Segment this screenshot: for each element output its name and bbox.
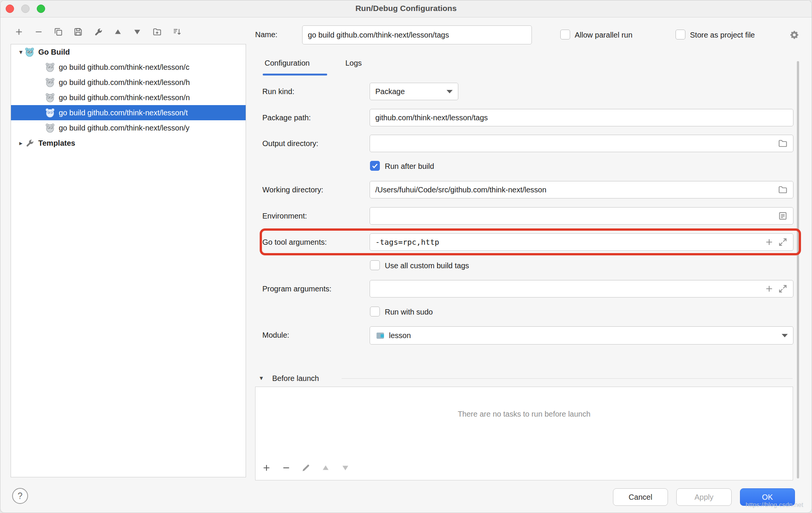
environment-input[interactable] xyxy=(375,212,774,220)
move-up-button[interactable] xyxy=(111,25,124,38)
tree-node-label: Go Build xyxy=(38,48,70,57)
cancel-button[interactable]: Cancel xyxy=(613,488,668,506)
remove-configuration-button[interactable] xyxy=(32,25,45,38)
go-gopher-icon xyxy=(45,108,55,118)
name-label: Name: xyxy=(255,30,277,39)
help-button[interactable]: ? xyxy=(12,488,28,504)
output-directory-input[interactable] xyxy=(375,139,774,148)
run-after-build-label[interactable]: Run after build xyxy=(385,161,434,171)
edit-templates-icon[interactable] xyxy=(92,25,105,38)
go-tool-arguments-field[interactable] xyxy=(370,233,793,251)
module-select[interactable]: lesson xyxy=(370,326,793,345)
run-with-sudo-checkbox[interactable] xyxy=(370,307,380,316)
output-directory-label: Output directory: xyxy=(262,138,318,148)
chevron-down-icon xyxy=(782,334,788,337)
tree-item-label: go build github.com/think-next/lesson/n xyxy=(59,93,190,102)
gear-icon[interactable] xyxy=(788,28,801,41)
use-all-custom-build-tags-checkbox[interactable] xyxy=(370,260,380,270)
apply-button[interactable]: Apply xyxy=(676,488,732,506)
copy-configuration-button[interactable] xyxy=(52,25,65,38)
run-debug-configurations-dialog: Run/Debug Configurations ▾ Go Build xyxy=(0,0,812,513)
add-icon[interactable] xyxy=(764,237,774,247)
tree-item-label: go build github.com/think-next/lesson/h xyxy=(59,78,190,87)
tree-item-config-1[interactable]: go build github.com/think-next/lesson/c xyxy=(11,60,246,75)
module-icon xyxy=(375,330,385,340)
titlebar: Run/Debug Configurations xyxy=(0,0,812,17)
go-gopher-icon xyxy=(45,123,55,133)
folder-icon[interactable] xyxy=(778,185,788,195)
chevron-down-icon[interactable]: ▾ xyxy=(260,373,263,383)
package-path-input[interactable] xyxy=(375,113,788,122)
tree-item-config-2[interactable]: go build github.com/think-next/lesson/h xyxy=(11,75,246,90)
section-divider xyxy=(342,378,793,379)
package-path-field[interactable] xyxy=(370,109,793,126)
run-kind-label: Run kind: xyxy=(262,87,295,96)
module-value: lesson xyxy=(389,331,411,340)
allow-parallel-run-checkbox[interactable] xyxy=(560,30,570,39)
help-label: ? xyxy=(18,491,23,501)
tree-item-config-3[interactable]: go build github.com/think-next/lesson/n xyxy=(11,90,246,105)
tree-node-go-build[interactable]: ▾ Go Build xyxy=(11,44,246,60)
environment-field[interactable] xyxy=(370,207,793,225)
store-as-project-file-label[interactable]: Store as project file xyxy=(690,30,755,40)
chevron-down-icon xyxy=(447,90,453,93)
vertical-scrollbar[interactable] xyxy=(797,61,799,478)
name-field[interactable] xyxy=(302,25,532,44)
store-as-project-file-checkbox[interactable] xyxy=(676,30,685,39)
sort-configurations-button[interactable] xyxy=(171,25,183,38)
save-configuration-button[interactable] xyxy=(72,25,85,38)
environment-label: Environment: xyxy=(262,211,307,221)
edit-icon[interactable] xyxy=(299,461,312,474)
chevron-down-icon[interactable]: ▾ xyxy=(17,48,25,56)
remove-icon[interactable] xyxy=(280,461,293,474)
tree-node-label: Templates xyxy=(38,139,75,148)
add-icon[interactable] xyxy=(260,461,273,474)
move-up-icon[interactable] xyxy=(319,461,332,474)
use-all-custom-build-tags-label[interactable]: Use all custom build tags xyxy=(385,261,469,271)
go-gopher-icon xyxy=(45,62,55,72)
allow-parallel-run-label[interactable]: Allow parallel run xyxy=(575,30,632,40)
before-launch-title[interactable]: Before launch xyxy=(272,373,319,383)
go-gopher-icon xyxy=(45,93,55,102)
watermark: https://blog.csdn.net xyxy=(746,501,803,509)
add-icon[interactable] xyxy=(764,284,774,294)
program-arguments-label: Program arguments: xyxy=(262,284,331,294)
name-input[interactable] xyxy=(308,31,526,39)
active-tab-underline xyxy=(263,74,327,76)
tree-item-config-5[interactable]: go build github.com/think-next/lesson/y xyxy=(11,120,246,135)
go-gopher-icon xyxy=(25,47,34,57)
output-directory-field[interactable] xyxy=(370,135,793,152)
package-path-label: Package path: xyxy=(262,113,311,123)
go-tool-arguments-label: Go tool arguments: xyxy=(262,237,327,247)
tab-logs[interactable]: Logs xyxy=(345,58,362,68)
expand-icon[interactable] xyxy=(778,284,788,294)
tree-item-label: go build github.com/think-next/lesson/t xyxy=(59,109,188,117)
add-configuration-button[interactable] xyxy=(13,25,25,38)
move-down-icon[interactable] xyxy=(339,461,352,474)
tree-item-label: go build github.com/think-next/lesson/c xyxy=(59,63,190,72)
folder-icon[interactable] xyxy=(778,138,788,148)
working-directory-input[interactable] xyxy=(375,186,774,194)
run-after-build-checkbox[interactable] xyxy=(370,161,380,171)
working-directory-field[interactable] xyxy=(370,181,793,198)
module-label: Module: xyxy=(262,330,289,340)
env-list-icon[interactable] xyxy=(778,211,788,221)
program-arguments-field[interactable] xyxy=(370,280,793,297)
working-directory-label: Working directory: xyxy=(262,185,323,195)
run-kind-value: Package xyxy=(375,87,405,96)
new-folder-button[interactable] xyxy=(151,25,164,38)
wrench-icon xyxy=(25,138,34,148)
expand-icon[interactable] xyxy=(778,237,788,247)
tab-configuration[interactable]: Configuration xyxy=(265,58,310,68)
go-tool-arguments-input[interactable] xyxy=(375,238,760,247)
chevron-right-icon[interactable]: ▸ xyxy=(17,139,25,147)
run-kind-select[interactable]: Package xyxy=(370,83,458,100)
tree-item-label: go build github.com/think-next/lesson/y xyxy=(59,124,190,132)
run-with-sudo-label[interactable]: Run with sudo xyxy=(385,307,433,317)
window-title: Run/Debug Configurations xyxy=(0,4,812,13)
tree-item-config-selected[interactable]: go build github.com/think-next/lesson/t xyxy=(11,105,246,120)
move-down-button[interactable] xyxy=(131,25,144,38)
program-arguments-input[interactable] xyxy=(375,285,760,293)
before-launch-empty-text: There are no tasks to run before launch xyxy=(256,410,793,419)
tree-node-templates[interactable]: ▸ Templates xyxy=(11,135,246,151)
